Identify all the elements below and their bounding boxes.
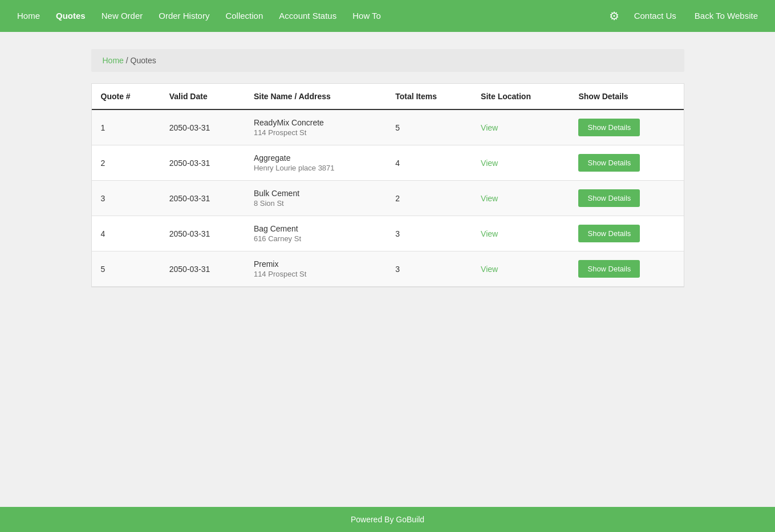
table-row: 5 2050-03-31 Premix 114 Prospect St 3 Vi… <box>92 251 684 287</box>
cell-valid-date: 2050-03-31 <box>160 145 245 181</box>
view-link[interactable]: View <box>481 123 498 132</box>
cell-site-location: View <box>472 216 569 251</box>
cell-quote-num: 5 <box>92 251 160 287</box>
view-link[interactable]: View <box>481 194 498 203</box>
cell-quote-num: 1 <box>92 109 160 145</box>
col-header-quote-num: Quote # <box>92 84 160 109</box>
nav-item-contact-us[interactable]: Contact Us <box>626 0 684 32</box>
table-row: 2 2050-03-31 Aggregate Henry Lourie plac… <box>92 145 684 181</box>
site-name-text: Bulk Cement <box>254 189 377 198</box>
col-header-valid-date: Valid Date <box>160 84 245 109</box>
nav-right: ⚙ Contact Us Back To Website <box>604 0 766 32</box>
table-header: Quote # Valid Date Site Name / Address T… <box>92 84 684 109</box>
cell-valid-date: 2050-03-31 <box>160 181 245 216</box>
cell-site-name: Aggregate Henry Lourie place 3871 <box>245 145 386 181</box>
cell-total-items: 3 <box>386 251 472 287</box>
page-footer: Powered By GoBuild <box>0 507 775 532</box>
footer-text: Powered By GoBuild <box>351 515 424 524</box>
quotes-table-wrapper: Quote # Valid Date Site Name / Address T… <box>91 83 684 287</box>
cell-site-location: View <box>472 251 569 287</box>
site-address-text: 114 Prospect St <box>254 270 377 278</box>
cell-show-details: Show Details <box>569 216 683 251</box>
cell-show-details: Show Details <box>569 145 683 181</box>
nav-item-collection[interactable]: Collection <box>217 0 271 32</box>
cell-show-details: Show Details <box>569 251 683 287</box>
site-name-text: Aggregate <box>254 153 377 163</box>
nav-item-order-history[interactable]: Order History <box>151 0 217 32</box>
cell-valid-date: 2050-03-31 <box>160 251 245 287</box>
main-content: Home / Quotes Quote # Valid Date Site Na… <box>0 32 775 507</box>
cell-site-location: View <box>472 145 569 181</box>
cell-site-location: View <box>472 181 569 216</box>
cell-show-details: Show Details <box>569 109 683 145</box>
show-details-button[interactable]: Show Details <box>578 154 640 172</box>
cell-quote-num: 4 <box>92 216 160 251</box>
site-name-text: Premix <box>254 259 377 269</box>
cell-site-name: Bulk Cement 8 Sion St <box>245 181 386 216</box>
cell-site-location: View <box>472 109 569 145</box>
cell-quote-num: 2 <box>92 145 160 181</box>
cell-site-name: Premix 114 Prospect St <box>245 251 386 287</box>
view-link[interactable]: View <box>481 229 498 238</box>
cell-total-items: 2 <box>386 181 472 216</box>
site-address-text: Henry Lourie place 3871 <box>254 164 377 172</box>
cell-site-name: Bag Cement 616 Carney St <box>245 216 386 251</box>
page-container: Home / Quotes Quote # Valid Date Site Na… <box>91 49 684 490</box>
site-address-text: 114 Prospect St <box>254 128 377 137</box>
view-link[interactable]: View <box>481 159 498 168</box>
col-header-site-location: Site Location <box>472 84 569 109</box>
table-row: 1 2050-03-31 ReadyMix Concrete 114 Prosp… <box>92 109 684 145</box>
col-header-site-name: Site Name / Address <box>245 84 386 109</box>
nav-item-new-order[interactable]: New Order <box>94 0 151 32</box>
breadcrumb-home-link[interactable]: Home <box>103 56 124 65</box>
cell-total-items: 4 <box>386 145 472 181</box>
site-name-text: Bag Cement <box>254 224 377 233</box>
col-header-show-details: Show Details <box>569 84 683 109</box>
nav-item-account-status[interactable]: Account Status <box>271 0 344 32</box>
show-details-button[interactable]: Show Details <box>578 225 640 242</box>
col-header-total-items: Total Items <box>386 84 472 109</box>
navigation: Home Quotes New Order Order History Coll… <box>0 0 775 32</box>
nav-item-quotes[interactable]: Quotes <box>48 0 94 32</box>
show-details-button[interactable]: Show Details <box>578 119 640 136</box>
table-row: 3 2050-03-31 Bulk Cement 8 Sion St 2 Vie… <box>92 181 684 216</box>
cell-total-items: 3 <box>386 216 472 251</box>
breadcrumb: Home / Quotes <box>91 49 684 72</box>
site-name-text: ReadyMix Concrete <box>254 118 377 127</box>
show-details-button[interactable]: Show Details <box>578 189 640 207</box>
table-row: 4 2050-03-31 Bag Cement 616 Carney St 3 … <box>92 216 684 251</box>
site-address-text: 8 Sion St <box>254 199 377 208</box>
cell-valid-date: 2050-03-31 <box>160 109 245 145</box>
table-body: 1 2050-03-31 ReadyMix Concrete 114 Prosp… <box>92 109 684 287</box>
nav-item-back-to-website[interactable]: Back To Website <box>687 0 766 32</box>
nav-item-how-to[interactable]: How To <box>344 0 389 32</box>
nav-item-home[interactable]: Home <box>9 0 48 32</box>
cell-site-name: ReadyMix Concrete 114 Prospect St <box>245 109 386 145</box>
quotes-table: Quote # Valid Date Site Name / Address T… <box>92 84 684 287</box>
gear-icon[interactable]: ⚙ <box>604 9 624 23</box>
cell-total-items: 5 <box>386 109 472 145</box>
site-address-text: 616 Carney St <box>254 234 377 243</box>
breadcrumb-current: Quotes <box>131 56 156 65</box>
view-link[interactable]: View <box>481 265 498 274</box>
breadcrumb-separator: / <box>126 56 131 65</box>
show-details-button[interactable]: Show Details <box>578 260 640 278</box>
cell-show-details: Show Details <box>569 181 683 216</box>
cell-valid-date: 2050-03-31 <box>160 216 245 251</box>
cell-quote-num: 3 <box>92 181 160 216</box>
nav-left: Home Quotes New Order Order History Coll… <box>9 0 604 32</box>
